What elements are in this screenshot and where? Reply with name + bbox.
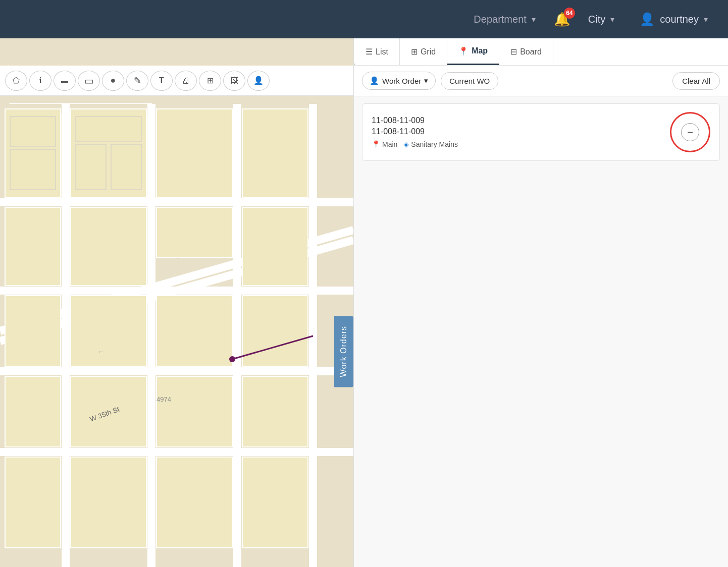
work-order-card: 11-008-11-009 11-008-11-009 📍 Main ◈ San… <box>362 103 720 161</box>
current-wo-button[interactable]: Current WO <box>441 72 498 90</box>
city-dropdown[interactable]: City ▾ <box>578 14 625 25</box>
svg-rect-32 <box>242 457 308 548</box>
image-tool-button[interactable]: 🖼 <box>223 71 245 91</box>
print-tool-button[interactable]: 🖨 <box>175 71 197 91</box>
work-order-btn-label: Work Order <box>382 77 421 85</box>
svg-rect-34 <box>10 149 56 190</box>
svg-rect-28 <box>242 376 308 447</box>
svg-text:→: → <box>173 254 180 262</box>
board-icon: ⊟ <box>510 47 517 56</box>
map-pin-red-icon: 📍 <box>372 140 380 148</box>
svg-rect-37 <box>111 144 141 190</box>
user-chevron-icon: ▾ <box>704 15 708 24</box>
userpin-tool-button[interactable]: 👤 <box>247 71 270 91</box>
tab-list[interactable]: ☰ List <box>354 38 400 65</box>
svg-rect-30 <box>71 457 146 548</box>
notifications-badge: 64 <box>564 8 575 19</box>
svg-rect-31 <box>157 457 232 548</box>
svg-rect-24 <box>242 296 308 366</box>
textbox-tool-button[interactable]: ▬ <box>54 71 76 91</box>
tab-map-label: Map <box>472 46 488 55</box>
layers-tool-button[interactable]: ⊞ <box>199 71 221 91</box>
current-wo-label: Current WO <box>449 77 490 85</box>
tab-grid-label: Grid <box>421 47 436 56</box>
svg-rect-36 <box>76 144 106 190</box>
polygon-tool-button[interactable]: ⬠ <box>5 71 27 91</box>
tab-list-label: List <box>376 47 388 56</box>
notifications-bell[interactable]: 🔔 64 <box>554 12 570 27</box>
svg-rect-16 <box>242 109 308 197</box>
clear-all-button[interactable]: Clear All <box>672 72 720 90</box>
circle-tool-button[interactable]: ● <box>102 71 124 91</box>
department-dropdown[interactable]: Department ▾ <box>463 14 546 25</box>
map-svg: → ← W 35th St 4974 <box>0 38 353 567</box>
svg-rect-27 <box>157 376 232 447</box>
svg-rect-20 <box>242 207 308 286</box>
work-order-chevron-icon: ▾ <box>424 76 428 85</box>
svg-text:←: ← <box>97 348 105 356</box>
grid-icon: ⊞ <box>411 47 418 56</box>
department-chevron-icon: ▾ <box>532 15 536 24</box>
text-tool-button[interactable]: T <box>150 71 173 91</box>
department-label: Department <box>474 14 527 25</box>
wo-tag-sanitary-label: Sanitary Mains <box>411 140 458 148</box>
wo-tags: 📍 Main ◈ Sanitary Mains <box>372 140 665 148</box>
tab-map[interactable]: 📍 Map <box>447 38 499 65</box>
wo-number-line1: 11-008-11-009 <box>372 116 665 125</box>
svg-rect-21 <box>5 296 61 366</box>
secondary-navigation: ☰ List ⊞ Grid 📍 Map ⊟ Board <box>354 38 728 66</box>
work-order-dropdown-button[interactable]: 👤 Work Order ▾ <box>362 72 436 90</box>
draw-tool-button[interactable]: ✎ <box>126 71 148 91</box>
svg-text:4974: 4974 <box>157 395 171 403</box>
user-name-label: courtney <box>660 14 699 25</box>
user-menu[interactable]: 👤 courtney ▾ <box>630 12 718 26</box>
svg-rect-19 <box>157 207 232 258</box>
map-icon: 📍 <box>458 46 469 56</box>
svg-rect-18 <box>71 207 146 286</box>
city-label: City <box>588 14 605 25</box>
minus-icon: − <box>687 127 693 137</box>
svg-rect-15 <box>157 109 232 197</box>
diamond-blue-icon: ◈ <box>403 140 409 148</box>
tab-board-label: Board <box>520 47 542 56</box>
wo-tag-main-label: Main <box>382 140 397 148</box>
wo-tag-main: 📍 Main <box>372 140 397 148</box>
user-avatar-icon: 👤 <box>640 12 655 26</box>
list-icon: ☰ <box>366 47 373 56</box>
work-orders-vertical-tab[interactable]: Work Orders <box>334 316 353 387</box>
tab-board[interactable]: ⊟ Board <box>499 38 553 65</box>
city-chevron-icon: ▾ <box>610 15 614 24</box>
rectangle-tool-button[interactable]: ▭ <box>78 71 100 91</box>
svg-point-43 <box>229 356 235 362</box>
svg-rect-35 <box>76 117 141 142</box>
tab-grid[interactable]: ⊞ Grid <box>400 38 447 65</box>
wo-number-line2: 11-008-11-009 <box>372 127 665 136</box>
svg-rect-33 <box>10 117 56 147</box>
map-toolbar: ⬠ i ▬ ▭ ● ✎ T 🖨 ⊞ 🖼 👤 <box>0 66 353 96</box>
wo-tag-sanitary: ◈ Sanitary Mains <box>403 140 458 148</box>
wo-card-content: 11-008-11-009 11-008-11-009 📍 Main ◈ San… <box>372 116 665 148</box>
svg-rect-29 <box>5 457 61 548</box>
svg-rect-23 <box>157 296 232 366</box>
svg-rect-17 <box>5 207 61 286</box>
panel-toolbar: 👤 Work Order ▾ Current WO Clear All <box>354 66 728 96</box>
remove-button-container: − <box>670 112 710 152</box>
map-area[interactable]: ⬠ i ▬ ▭ ● ✎ T 🖨 ⊞ 🖼 👤 <box>0 38 353 567</box>
remove-work-order-button[interactable]: − <box>681 123 699 141</box>
svg-rect-25 <box>5 376 61 447</box>
work-order-icon: 👤 <box>370 76 379 85</box>
top-navigation: Department ▾ 🔔 64 City ▾ 👤 courtney ▾ <box>0 0 728 38</box>
svg-rect-22 <box>71 296 146 366</box>
info-tool-button[interactable]: i <box>29 71 51 91</box>
side-panel: 👤 Work Orders 📅 Assets 1 👤 Work Order ▾ … <box>353 38 728 567</box>
work-orders-vtab-label: Work Orders <box>339 326 348 377</box>
clear-all-label: Clear All <box>682 77 710 85</box>
